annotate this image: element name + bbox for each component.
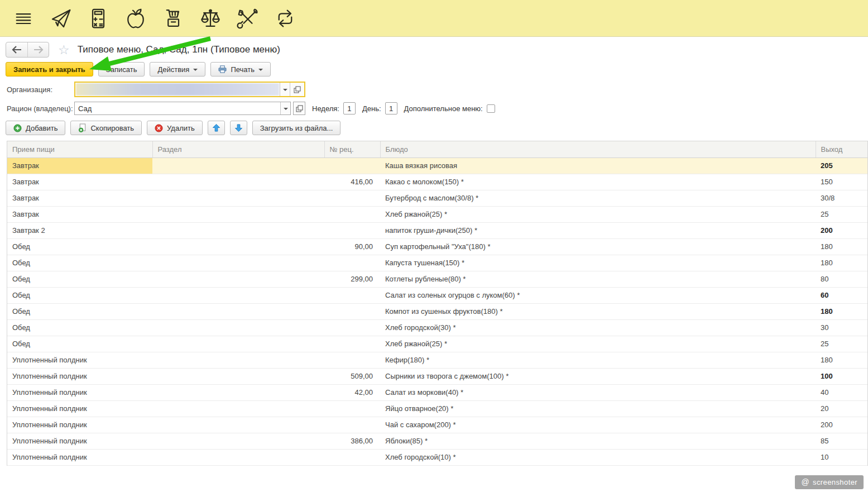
section-cell[interactable] [152, 255, 324, 271]
move-down-button[interactable] [230, 121, 247, 135]
move-up-button[interactable] [208, 121, 225, 135]
dish-cell[interactable]: Хлеб городской(30) * [380, 319, 816, 336]
out-cell[interactable]: 25 [816, 206, 867, 222]
meal-cell[interactable]: Уплотненный полдник [7, 368, 152, 384]
out-cell[interactable]: 180 [816, 352, 867, 368]
out-cell[interactable]: 25 [816, 336, 867, 352]
dish-cell[interactable]: Капуста тушеная(150) * [380, 255, 816, 271]
week-input[interactable] [343, 102, 356, 114]
table-row[interactable]: Уплотненный полдник509,00Сырники из твор… [7, 368, 867, 384]
dish-cell[interactable]: Компот из сушеных фруктов(180) * [380, 303, 816, 319]
out-cell[interactable]: 20 [816, 400, 867, 417]
section-cell[interactable] [152, 449, 324, 465]
calculator-icon[interactable] [87, 7, 109, 30]
menu-icon[interactable] [12, 7, 35, 30]
meal-cell[interactable]: Завтрак [7, 157, 152, 174]
rec-cell[interactable] [324, 336, 380, 352]
section-cell[interactable] [152, 287, 324, 303]
table-row[interactable]: Уплотненный полдникЯйцо отварное(20) *20 [7, 400, 867, 417]
dish-cell[interactable]: напиток груши-дички(250) * [380, 222, 816, 238]
load-from-file-button[interactable]: Загрузить из файла... [252, 121, 341, 135]
rec-cell[interactable] [324, 352, 380, 368]
rec-cell[interactable] [324, 400, 380, 417]
section-cell[interactable] [152, 384, 324, 400]
out-cell[interactable]: 100 [816, 368, 867, 384]
meal-cell[interactable]: Обед [7, 336, 152, 352]
out-cell[interactable]: 150 [816, 174, 867, 190]
forward-button[interactable] [27, 42, 49, 57]
meal-cell[interactable]: Уплотненный полдник [7, 449, 152, 465]
out-cell[interactable]: 85 [816, 433, 867, 449]
section-cell[interactable] [152, 190, 324, 206]
dish-cell[interactable]: Кефир(180) * [380, 352, 816, 368]
dish-cell[interactable]: Хлеб ржаной(25) * [380, 206, 816, 222]
meal-cell[interactable]: Обед [7, 319, 152, 336]
section-cell[interactable] [152, 271, 324, 287]
rec-cell[interactable] [324, 319, 380, 336]
out-cell[interactable]: 60 [816, 287, 867, 303]
copy-row-button[interactable]: Скопировать [70, 121, 142, 135]
rec-cell[interactable] [324, 449, 380, 465]
dish-cell[interactable]: Суп картофельный "Уха"(180) * [380, 238, 816, 255]
section-cell[interactable] [152, 368, 324, 384]
dish-cell[interactable]: Яйцо отварное(20) * [380, 400, 816, 417]
meal-cell[interactable]: Обед [7, 238, 152, 255]
out-cell[interactable]: 40 [816, 384, 867, 400]
rec-cell[interactable] [324, 255, 380, 271]
meal-cell[interactable]: Обед [7, 303, 152, 319]
ration-input[interactable]: Сад [75, 102, 280, 114]
day-input[interactable] [385, 102, 397, 114]
out-cell[interactable]: 200 [816, 222, 867, 238]
rec-cell[interactable] [324, 303, 380, 319]
meal-cell[interactable]: Уплотненный полдник [7, 384, 152, 400]
column-header[interactable]: Раздел [152, 141, 324, 157]
table-row[interactable]: ЗавтракКаша вязкая рисовая205 [7, 157, 867, 174]
section-cell[interactable] [152, 174, 324, 190]
out-cell[interactable]: 180 [816, 238, 867, 255]
save-button[interactable]: Записать [98, 62, 145, 77]
section-cell[interactable] [152, 336, 324, 352]
rec-cell[interactable] [324, 190, 380, 206]
add-row-button[interactable]: Добавить [6, 121, 65, 135]
table-row[interactable]: Обед90,00Суп картофельный "Уха"(180) *18… [7, 238, 867, 255]
column-header[interactable]: № рец. [324, 141, 380, 157]
meal-cell[interactable]: Завтрак 2 [7, 222, 152, 238]
dish-cell[interactable]: Салат из моркови(40) * [380, 384, 816, 400]
out-cell[interactable]: 180 [816, 303, 867, 319]
out-cell[interactable]: 205 [816, 157, 867, 174]
ration-open-button[interactable] [293, 102, 305, 115]
table-row[interactable]: Уплотненный полдник386,00Яблоки(85) *85 [7, 433, 867, 449]
meal-cell[interactable]: Обед [7, 255, 152, 271]
column-header[interactable]: Блюдо [380, 141, 816, 157]
cart-icon[interactable] [162, 7, 184, 30]
send-icon[interactable] [50, 7, 72, 30]
save-and-close-button[interactable]: Записать и закрыть [6, 62, 93, 77]
section-cell[interactable] [152, 352, 324, 368]
meal-cell[interactable]: Уплотненный полдник [7, 433, 152, 449]
section-cell[interactable] [152, 400, 324, 417]
meal-cell[interactable]: Завтрак [7, 206, 152, 222]
table-row[interactable]: Завтрак 2напиток груши-дички(250) *200 [7, 222, 867, 238]
dish-cell[interactable]: Чай с сахаром(200) * [380, 417, 816, 433]
meal-cell[interactable]: Уплотненный полдник [7, 352, 152, 368]
rec-cell[interactable]: 416,00 [324, 174, 380, 190]
rec-cell[interactable]: 386,00 [324, 433, 380, 449]
dish-cell[interactable]: Сырники из творога с джемом(100) * [380, 368, 816, 384]
organization-dropdown-button[interactable] [280, 83, 290, 96]
dish-cell[interactable]: Яблоки(85) * [380, 433, 816, 449]
table-row[interactable]: Уплотненный полдникЧай с сахаром(200) *2… [7, 417, 867, 433]
rec-cell[interactable]: 90,00 [324, 238, 380, 255]
dish-cell[interactable]: Бутерброд с маслом(30/8) * [380, 190, 816, 206]
tools-icon[interactable] [237, 7, 259, 30]
rec-cell[interactable] [324, 287, 380, 303]
rec-cell[interactable]: 509,00 [324, 368, 380, 384]
rec-cell[interactable]: 299,00 [324, 271, 380, 287]
section-cell[interactable] [152, 417, 324, 433]
sync-icon[interactable] [274, 7, 296, 30]
table-row[interactable]: ОбедХлеб ржаной(25) *25 [7, 336, 867, 352]
dish-cell[interactable]: Хлеб ржаной(25) * [380, 336, 816, 352]
back-button[interactable] [6, 42, 27, 57]
out-cell[interactable]: 200 [816, 417, 867, 433]
column-header[interactable]: Выход [816, 141, 867, 157]
meal-cell[interactable]: Уплотненный полдник [7, 400, 152, 417]
